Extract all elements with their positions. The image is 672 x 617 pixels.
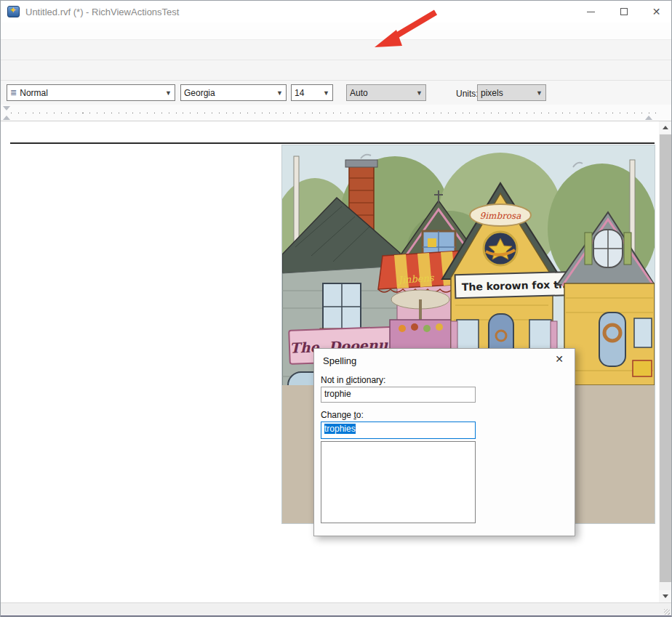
style-combo-value: Normal [20, 88, 162, 98]
font-combo[interactable]: Georgia ▼ [180, 84, 287, 101]
status-bar [1, 602, 672, 616]
spelling-dialog: Spelling ✕ Not in dictionary: trophie Ch… [313, 348, 575, 536]
vertical-scrollbar[interactable] [659, 121, 672, 602]
document-heading [10, 140, 655, 144]
menu-bar [1, 23, 672, 39]
font-combo-value: Georgia [184, 88, 273, 98]
first-line-indent-marker[interactable] [3, 106, 10, 110]
units-combo[interactable]: pixels ▼ [477, 84, 546, 101]
scrollbar-thumb[interactable] [660, 134, 671, 582]
chevron-down-icon: ▼ [416, 89, 423, 97]
zoom-combo-value: Auto [350, 88, 413, 98]
chevron-down-icon: ▼ [536, 89, 543, 97]
toolbar-formatting [1, 60, 672, 81]
paragraph-style-icon: ≣ [10, 88, 17, 97]
app-icon [7, 6, 20, 17]
title-bar: Untitled.rvf (*) - RichViewActionsTest ✕ [1, 1, 672, 23]
suggestions-list[interactable] [321, 441, 476, 523]
maximize-button[interactable] [607, 1, 640, 22]
right-indent-marker[interactable] [645, 116, 652, 120]
left-indent-marker[interactable] [3, 116, 10, 120]
style-combo[interactable]: ≣ Normal ▼ [7, 84, 175, 101]
app-window: { "window": { "title": "Untitled.rvf (*)… [0, 0, 672, 617]
zoom-combo[interactable]: Auto ▼ [346, 84, 426, 101]
sign-gimbrosa: 9imbrosa [480, 211, 522, 221]
window-title: Untitled.rvf (*) - RichViewActionsTest [25, 7, 179, 17]
change-to-label: Change to: [321, 410, 364, 420]
font-size-combo[interactable]: 14 ▼ [291, 84, 333, 101]
chevron-down-icon: ▼ [165, 89, 172, 97]
dialog-close-button[interactable]: ✕ [551, 353, 567, 366]
minimize-button[interactable] [575, 1, 607, 22]
combo-bar: ≣ Normal ▼ Georgia ▼ 14 ▼ Auto ▼ Units: … [1, 81, 672, 105]
not-in-dictionary-label: Not in dictionary: [321, 375, 385, 385]
chevron-down-icon: ▼ [276, 89, 283, 97]
resize-grip[interactable] [664, 609, 670, 615]
dialog-title: Spelling [323, 355, 356, 366]
change-to-value: trophies [324, 424, 356, 434]
toolbar-standard [1, 39, 672, 60]
units-combo-value: pixels [481, 88, 533, 98]
close-button[interactable]: ✕ [640, 1, 672, 22]
font-size-value: 14 [295, 88, 320, 98]
horizontal-ruler[interactable] [1, 105, 672, 121]
scroll-up-button[interactable] [659, 121, 672, 134]
not-in-dictionary-field[interactable]: trophie [321, 387, 476, 403]
scroll-down-button[interactable] [659, 590, 672, 602]
chevron-down-icon: ▼ [323, 89, 329, 97]
change-to-field[interactable]: trophies [321, 422, 476, 439]
units-label: Units: [456, 89, 479, 99]
